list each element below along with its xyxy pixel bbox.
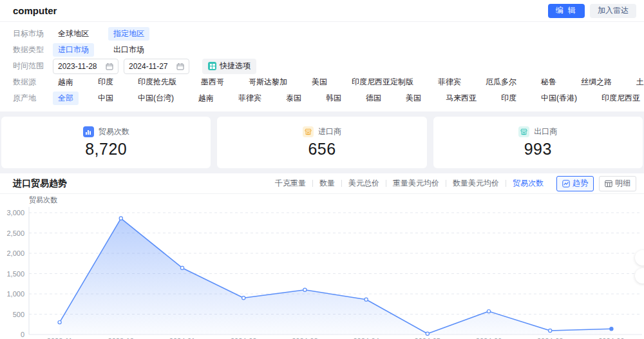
stat-label: 贸易次数 [99,126,129,137]
importer-shop-icon [303,126,314,137]
filter-option[interactable]: 美国 [401,92,426,105]
exporter-count-card: 出口商 993 [433,117,643,168]
trend-panel-header: 进口贸易趋势 千克重量数量美元总价重量美元均价数量美元均价贸易次数 趋势明细 [0,173,644,194]
origin-label: 原产地 [13,93,53,104]
metric-option[interactable]: 贸易次数 [506,178,550,189]
add-to-radar-button[interactable]: 加入雷达 [590,4,636,18]
stat-label: 进口商 [318,126,341,137]
filter-option[interactable]: 菲律宾 [233,92,267,105]
target-market-label: 目标市场 [13,28,53,39]
filter-option[interactable]: 韩国 [321,92,346,105]
svg-text:1,500: 1,500 [6,270,24,278]
svg-text:贸易次数: 贸易次数 [29,196,57,204]
trend-line-chart: 贸易次数05001,0001,5002,0002,5003,0002023-11… [0,194,644,339]
filter-option[interactable]: 印度 [93,75,118,89]
stat-value: 993 [524,140,552,159]
calendar-icon [176,63,184,70]
filter-option[interactable]: 印度 [496,92,522,105]
filter-option[interactable]: 中国(香港) [536,92,582,105]
view-switcher: 趋势明细 [556,176,636,191]
floating-widget [635,250,644,284]
filter-option[interactable]: 丝绸之路 [576,75,617,89]
filter-option[interactable]: 哥斯达黎加 [243,75,292,89]
edit-button[interactable]: 编 辑 [548,4,585,18]
data-source-row: 数据源 越南印度印度抢先版墨西哥哥斯达黎加美国印度尼西亚定制版菲律宾厄瓜多尔秘鲁… [13,74,631,90]
filter-option[interactable]: 中国 [93,92,118,105]
target-market-row: 目标市场 全球地区指定地区 [13,26,631,42]
data-source-options: 越南印度印度抢先版墨西哥哥斯达黎加美国印度尼西亚定制版菲律宾厄瓜多尔秘鲁丝绸之路… [53,75,644,89]
filter-option[interactable]: 指定地区 [108,27,149,41]
page-title: computer [13,5,57,16]
trade-count-card: 贸易次数 8,720 [1,117,211,168]
quick-options-icon [208,62,216,70]
trend-panel: 进口贸易趋势 千克重量数量美元总价重量美元均价数量美元均价贸易次数 趋势明细 贸… [0,173,644,339]
top-bar: computer 编 辑 加入雷达 [0,0,644,22]
topbar-actions: 编 辑 加入雷达 [548,4,636,18]
filter-option[interactable]: 印度抢先版 [133,75,182,89]
quick-options-button[interactable]: 快捷选项 [202,59,256,74]
filter-option[interactable]: 菲律宾 [433,75,466,89]
time-range-row: 时间范围 2023-11-28 2024-11-27 [13,58,631,74]
svg-text:3,000: 3,000 [6,209,24,217]
metric-switcher: 千克重量数量美元总价重量美元均价数量美元均价贸易次数 [269,178,550,189]
line-chart-svg: 贸易次数05001,0001,5002,0002,5003,0002023-11… [0,194,644,339]
time-range-label: 时间范围 [13,61,53,72]
svg-text:0: 0 [21,331,24,338]
trend-view-button[interactable]: 趋势 [556,176,594,191]
filter-option[interactable]: 中国(台湾) [133,92,179,105]
start-date-input[interactable]: 2023-11-28 [53,59,118,74]
stat-value: 8,720 [85,140,127,159]
floating-widget-button[interactable] [635,250,644,266]
svg-text:500: 500 [13,311,24,318]
data-type-options: 进口市场出口市场 [53,43,631,57]
target-market-options: 全球地区指定地区 [53,27,631,41]
detail-view-button[interactable]: 明细 [599,176,636,191]
metric-option[interactable]: 千克重量 [269,178,312,189]
data-type-row: 数据类型 进口市场出口市场 [13,42,631,58]
filter-option[interactable]: 马来西亚 [440,92,482,105]
metric-option[interactable]: 数量 [313,178,341,189]
filter-option[interactable]: 厄瓜多尔 [480,75,522,89]
data-type-label: 数据类型 [13,44,53,55]
importer-count-card: 进口商 656 [217,117,426,168]
end-date-input[interactable]: 2024-11-27 [124,59,189,74]
stat-label: 出口商 [534,126,557,137]
filter-option[interactable]: 越南 [53,75,79,89]
filter-option[interactable]: 德国 [361,92,386,105]
filter-option[interactable]: 土耳其 [631,75,644,89]
origin-row: 原产地 全部中国中国(台湾)越南菲律宾泰国韩国德国美国马来西亚印度中国(香港)印… [13,90,631,106]
filter-option[interactable]: 全球地区 [53,27,94,41]
filter-option[interactable]: 墨西哥 [196,75,229,89]
filter-option[interactable]: 印度尼西亚定制版 [346,75,419,89]
view-button-label: 明细 [615,178,630,189]
origin-options: 全部中国中国(台湾)越南菲律宾泰国韩国德国美国马来西亚印度中国(香港)印度尼西亚… [53,92,644,105]
quick-options-label: 快捷选项 [220,61,251,72]
svg-text:2,500: 2,500 [6,229,24,237]
filter-section: 目标市场 全球地区指定地区 数据类型 进口市场出口市场 时间范围 2023-11… [0,22,644,111]
filter-option[interactable]: 全部 [53,92,79,105]
metric-option[interactable]: 重量美元均价 [386,178,446,189]
view-button-label: 趋势 [573,178,588,189]
trend-chart-icon [562,180,570,188]
trend-panel-title: 进口贸易趋势 [13,178,67,189]
filter-option[interactable]: 出口市场 [108,43,149,57]
detail-table-icon [605,180,612,188]
metric-option[interactable]: 美元总价 [342,178,386,189]
end-date-value: 2024-11-27 [129,62,173,71]
filter-option[interactable]: 印度尼西亚 [596,92,644,105]
filter-option[interactable]: 越南 [193,92,219,105]
data-source-label: 数据源 [13,77,53,88]
floating-widget-button[interactable] [635,268,644,284]
svg-text:2,000: 2,000 [6,249,24,257]
bar-chart-icon [83,126,94,137]
start-date-value: 2023-11-28 [58,62,102,71]
filter-option[interactable]: 秘鲁 [536,75,562,89]
stat-cards: 贸易次数 8,720 进口商 656 [0,111,644,173]
filter-option[interactable]: 进口市场 [53,43,94,57]
filter-option[interactable]: 泰国 [281,92,307,105]
metric-option[interactable]: 数量美元均价 [446,178,506,189]
filter-option[interactable]: 美国 [307,75,332,89]
exporter-shop-icon [518,126,529,137]
svg-text:1,000: 1,000 [6,290,24,298]
calendar-icon [106,63,113,70]
